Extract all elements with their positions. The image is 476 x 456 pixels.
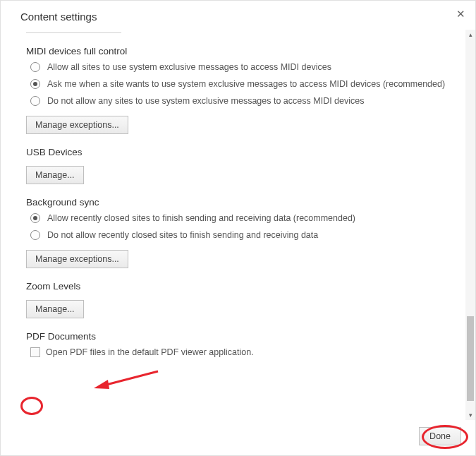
- scroll-down-icon[interactable]: ▾: [465, 410, 475, 420]
- radio-icon[interactable]: [30, 79, 40, 89]
- usb-manage-button[interactable]: Manage...: [26, 166, 84, 184]
- checkbox-icon[interactable]: [30, 347, 40, 357]
- pdf-open-default-row[interactable]: Open PDF files in the default PDF viewer…: [26, 347, 446, 357]
- dialog-title: Content settings: [20, 11, 461, 23]
- bgsync-manage-exceptions-button[interactable]: Manage exceptions...: [26, 250, 128, 268]
- radio-icon[interactable]: [30, 230, 40, 240]
- bgsync-deny-row[interactable]: Do not allow recently closed sites to fi…: [26, 230, 446, 240]
- midi-deny-label: Do not allow any sites to use system exc…: [47, 96, 365, 106]
- midi-deny-row[interactable]: Do not allow any sites to use system exc…: [26, 96, 446, 106]
- zoom-heading: Zoom Levels: [26, 281, 446, 292]
- midi-ask-row[interactable]: Ask me when a site wants to use system e…: [26, 79, 446, 89]
- content-outer: MIDI devices full control Allow all site…: [1, 30, 475, 420]
- scroll-thumb[interactable]: [467, 316, 474, 401]
- bgsync-heading: Background sync: [26, 197, 446, 208]
- radio-icon[interactable]: [30, 213, 40, 223]
- scroll-content: MIDI devices full control Allow all site…: [1, 30, 465, 420]
- zoom-manage-button[interactable]: Manage...: [26, 300, 84, 318]
- bgsync-allow-row[interactable]: Allow recently closed sites to finish se…: [26, 213, 446, 223]
- midi-ask-label: Ask me when a site wants to use system e…: [47, 79, 445, 89]
- scrollbar[interactable]: ▴ ▾: [465, 30, 475, 420]
- pdf-open-default-label: Open PDF files in the default PDF viewer…: [46, 347, 254, 357]
- bgsync-deny-label: Do not allow recently closed sites to fi…: [47, 230, 318, 240]
- done-button[interactable]: Done: [419, 427, 461, 445]
- divider: [26, 32, 121, 33]
- dialog-header: Content settings ✕: [1, 1, 475, 30]
- content-settings-dialog: Content settings ✕ MIDI devices full con…: [0, 0, 476, 456]
- scroll-up-icon[interactable]: ▴: [465, 30, 475, 40]
- dialog-footer: Done: [1, 420, 475, 455]
- pdf-heading: PDF Documents: [26, 331, 446, 342]
- bgsync-allow-label: Allow recently closed sites to finish se…: [47, 213, 355, 223]
- usb-heading: USB Devices: [26, 147, 446, 157]
- close-icon[interactable]: ✕: [456, 8, 465, 20]
- midi-manage-exceptions-button[interactable]: Manage exceptions...: [26, 116, 128, 134]
- radio-icon[interactable]: [30, 96, 40, 106]
- midi-allow-row[interactable]: Allow all sites to use system exclusive …: [26, 62, 446, 72]
- radio-icon[interactable]: [30, 62, 40, 72]
- midi-heading: MIDI devices full control: [26, 46, 446, 56]
- midi-allow-label: Allow all sites to use system exclusive …: [47, 62, 331, 72]
